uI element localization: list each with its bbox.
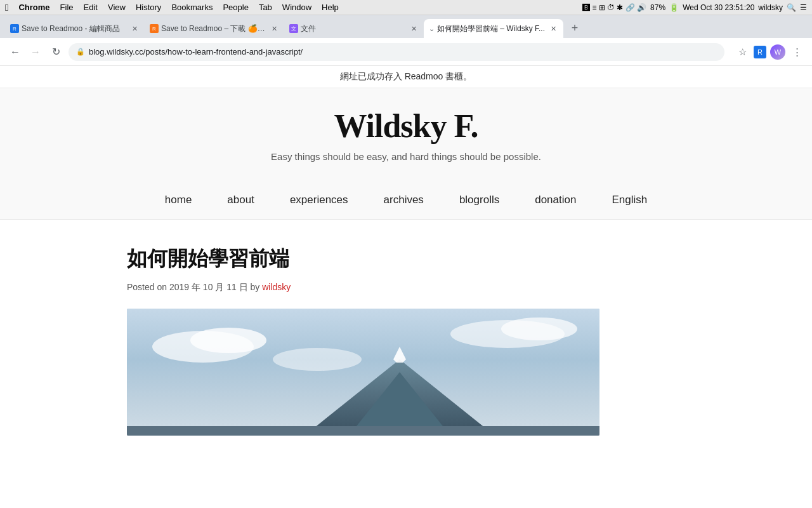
svg-point-2 [190, 328, 266, 353]
tab4-loading-icon: ⌄ [429, 25, 435, 33]
tab1-title: Save to Readmoo - 編輯商品 [22, 23, 127, 34]
tab1-favicon: R [10, 24, 19, 33]
blog-subtitle: Easy things should be easy, and hard thi… [13, 151, 799, 162]
apple-menu[interactable]:  [5, 2, 8, 13]
svg-point-5 [273, 348, 362, 371]
battery-pct: 87% [650, 3, 665, 12]
tab-wildsky[interactable]: ⌄ 如何開始學習前端 – Wildsky F... ✕ [424, 19, 563, 38]
post-image-svg [127, 309, 599, 436]
post-title: 如何開始學習前端 [127, 245, 685, 273]
post-featured-image [127, 309, 599, 436]
post-meta-prefix: Posted on 2019 年 10 月 11 日 by [127, 282, 262, 292]
tab1-close[interactable]: ✕ [129, 23, 140, 34]
menubar-view[interactable]: View [103, 3, 131, 12]
nav-experiences[interactable]: experiences [272, 194, 366, 206]
tab4-close[interactable]: ✕ [548, 23, 558, 34]
menubar-people[interactable]: People [218, 3, 253, 12]
tab-docs[interactable]: 文 文件 ✕ [284, 19, 424, 38]
reload-button[interactable]: ↻ [48, 44, 63, 60]
more-options-icon[interactable]: ⋮ [789, 44, 804, 60]
post-author-link[interactable]: wildsky [262, 282, 291, 292]
toolbar-icons: ☆ R W ⋮ [735, 44, 804, 60]
tab3-close[interactable]: ✕ [409, 23, 419, 34]
tab2-favicon: R [150, 24, 159, 33]
tab3-favicon-icon: 文 [291, 25, 296, 32]
nav-donation[interactable]: donation [517, 194, 594, 206]
profile-icon[interactable]: W [770, 44, 785, 60]
menubar-window[interactable]: Window [277, 3, 317, 12]
menubar-help[interactable]: Help [317, 3, 344, 12]
menubar-bookmarks[interactable]: Bookmarks [166, 3, 218, 12]
tab1-favicon-icon: R [13, 26, 16, 32]
blog-title: Wildsky F. [13, 107, 799, 145]
datetime: Wed Oct 30 23:51:20 [683, 3, 754, 12]
menubar-right: 🅱 ≡ ⊞ ⏱ ✱ 🔗 🔊 87% 🔋 Wed Oct 30 23:51:20 … [582, 3, 807, 12]
battery-icon: 🔋 [669, 3, 679, 12]
main-content: 如何開始學習前端 Posted on 2019 年 10 月 11 日 by w… [0, 220, 812, 461]
nav-english[interactable]: English [594, 194, 665, 206]
tab2-close[interactable]: ✕ [269, 23, 279, 34]
blog-header: Wildsky F. Easy things should be easy, a… [0, 88, 812, 220]
notification-text: 網址已成功存入 Readmoo 書櫃。 [340, 71, 472, 81]
addressbar: ← → ↻ 🔒 blog.wildsky.cc/posts/how-to-lea… [0, 38, 812, 66]
control-center-icon[interactable]: ☰ [800, 3, 807, 12]
tab-readmoo-edit[interactable]: R Save to Readmoo - 編輯商品 ✕ [5, 19, 145, 38]
menubar-icons: 🅱 ≡ ⊞ ⏱ ✱ 🔗 🔊 [582, 3, 646, 12]
tabbar: R Save to Readmoo - 編輯商品 ✕ R Save to Rea… [0, 15, 812, 38]
search-icon[interactable]: 🔍 [787, 3, 796, 12]
menubar-edit[interactable]: Edit [79, 3, 103, 12]
svg-point-4 [501, 318, 577, 340]
tab4-title: 如何開始學習前端 – Wildsky F... [437, 23, 546, 34]
tab2-title: Save to Readmoo – 下載 🍊 Fi... [161, 23, 266, 34]
blog-nav: home about experiences archives blogroll… [13, 181, 799, 219]
username: wildsky [758, 3, 783, 12]
nav-about[interactable]: about [209, 194, 272, 206]
tab-readmoo-download[interactable]: R Save to Readmoo – 下載 🍊 Fi... ✕ [145, 19, 284, 38]
lock-icon: 🔒 [76, 48, 85, 56]
new-tab-button[interactable]: + [566, 19, 584, 37]
svg-rect-9 [127, 426, 599, 436]
nav-blogrolls[interactable]: blogrolls [442, 194, 517, 206]
tab2-favicon-icon: R [152, 26, 156, 32]
menubar-tab[interactable]: Tab [254, 3, 277, 12]
forward-button[interactable]: → [28, 44, 43, 60]
menubar:  Chrome File Edit View History Bookmark… [0, 0, 812, 15]
post-meta: Posted on 2019 年 10 月 11 日 by wildsky [127, 282, 685, 293]
menubar-history[interactable]: History [131, 3, 166, 12]
menubar-file[interactable]: File [55, 3, 79, 12]
tab3-favicon: 文 [289, 24, 298, 33]
notification-bar: 網址已成功存入 Readmoo 書櫃。 [0, 66, 812, 88]
tab3-title: 文件 [301, 23, 406, 34]
back-button[interactable]: ← [8, 44, 23, 60]
url-bar[interactable]: 🔒 blog.wildsky.cc/posts/how-to-learn-fro… [69, 43, 724, 61]
nav-home[interactable]: home [147, 194, 210, 206]
extension-readmoo-icon[interactable]: R [754, 46, 766, 58]
url-text: blog.wildsky.cc/posts/how-to-learn-front… [89, 47, 717, 57]
bookmark-icon[interactable]: ☆ [735, 44, 750, 60]
menubar-chrome[interactable]: Chrome [13, 3, 55, 12]
nav-archives[interactable]: archives [366, 194, 442, 206]
